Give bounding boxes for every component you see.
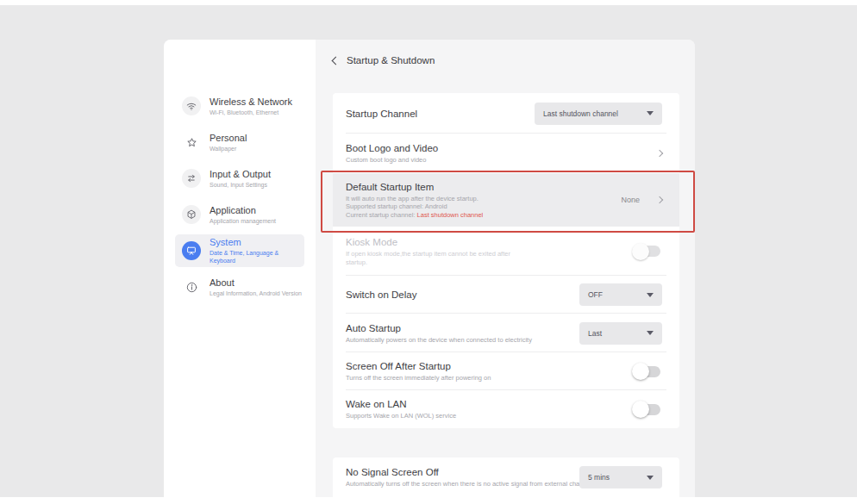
no-signal-screen-off-row: No Signal Screen Off Automatically turns…	[333, 457, 679, 497]
wake-on-lan-row: Wake on LAN Supports Wake on LAN (WOL) s…	[333, 390, 679, 428]
chevron-down-icon	[647, 476, 654, 480]
sidebar-item-label: Input & Output	[210, 169, 271, 180]
startup-channel-title: Startup Channel	[346, 108, 535, 120]
default-startup-desc2: Supported startup channel: Android	[346, 202, 621, 211]
back-icon[interactable]	[332, 56, 341, 65]
display-board-icon	[182, 241, 201, 260]
sidebar-item-sublabel: Legal Information, Android Version	[210, 289, 302, 297]
wake-on-lan-subtitle: Supports Wake on LAN (WOL) service	[346, 412, 635, 420]
chevron-down-icon	[647, 331, 654, 335]
star-icon	[182, 133, 201, 152]
sidebar-item-input-output[interactable]: Input & Output Sound, Input Settings	[175, 162, 304, 195]
boot-logo-row[interactable]: Boot Logo and Video Custom boot logo and…	[333, 134, 679, 173]
swap-arrows-icon	[182, 169, 201, 188]
startup-channel-row: Startup Channel Last shutdown channel	[333, 93, 679, 134]
sidebar-item-label: Personal	[210, 133, 247, 144]
chevron-right-icon	[656, 196, 663, 203]
default-startup-desc1: It will auto run the app after the devic…	[346, 195, 621, 203]
settings-window: Wireless & Network Wi-Fi, Bluetooth, Eth…	[164, 40, 695, 497]
auto-startup-dropdown[interactable]: Last	[579, 322, 662, 345]
page-title: Startup & Shutdown	[347, 55, 435, 65]
chevron-right-icon	[656, 150, 663, 157]
kiosk-mode-row: Kiosk Mode If open kiosk mode,the startu…	[333, 227, 679, 276]
sidebar-item-label: About	[210, 277, 302, 289]
wake-on-lan-toggle[interactable]	[635, 404, 660, 415]
toggle-knob	[632, 243, 649, 260]
startup-channel-value: Last shutdown channel	[543, 109, 618, 118]
toggle-knob	[632, 363, 649, 380]
kiosk-mode-toggle[interactable]	[635, 246, 660, 257]
energy-saving-card: No Signal Screen Off Automatically turns…	[333, 457, 679, 497]
switch-on-delay-dropdown[interactable]: OFF	[579, 283, 662, 306]
sidebar-item-label: Wireless & Network	[210, 96, 292, 108]
cube-icon	[182, 205, 201, 224]
sidebar-item-about[interactable]: About Legal Information, Android Version	[175, 271, 304, 303]
wifi-icon	[182, 96, 201, 115]
page-header: Startup & Shutdown	[333, 52, 435, 69]
sidebar-item-label: System	[210, 237, 304, 248]
boot-logo-subtitle: Custom boot logo and video	[346, 156, 657, 165]
sidebar-item-label: Application	[210, 205, 276, 216]
kiosk-mode-subtitle: If open kiosk mode,the startup item cann…	[346, 250, 514, 266]
screen-off-subtitle: Turns off the screen immediately after p…	[346, 374, 635, 383]
screen-off-title: Screen Off After Startup	[346, 360, 635, 372]
default-startup-value: None	[621, 196, 640, 204]
sidebar-item-sublabel: Wi-Fi, Bluetooth, Ethernet	[210, 109, 292, 116]
sidebar-item-sublabel: Sound, Input Settings	[210, 181, 271, 189]
sidebar-item-application[interactable]: Application Application management	[175, 198, 304, 231]
chevron-down-icon	[647, 111, 654, 115]
toggle-knob	[632, 401, 649, 418]
sidebar-item-sublabel: Wallpaper	[210, 145, 247, 152]
startup-channel-dropdown[interactable]: Last shutdown channel	[535, 103, 662, 125]
boot-logo-title: Boot Logo and Video	[346, 142, 657, 154]
auto-startup-subtitle: Automatically powers on the device when …	[346, 336, 579, 345]
default-startup-item-row[interactable]: Default Startup Item It will auto run th…	[333, 173, 679, 227]
no-signal-dropdown[interactable]: 5 mins	[579, 466, 662, 488]
switch-on-delay-value: OFF	[588, 290, 603, 299]
sidebar-item-personal[interactable]: Personal Wallpaper	[175, 126, 304, 159]
main-panel: Startup & Shutdown Startup Channel Start…	[316, 40, 695, 497]
current-startup-channel-warning: Last shutdown channel	[417, 211, 484, 219]
default-startup-title: Default Startup Item	[346, 181, 621, 193]
sidebar-item-wireless-network[interactable]: Wireless & Network Wi-Fi, Bluetooth, Eth…	[175, 90, 304, 122]
no-signal-value: 5 mins	[588, 473, 610, 482]
chevron-down-icon	[647, 293, 654, 297]
startup-settings-card: Startup Channel Last shutdown channel Bo…	[333, 93, 679, 428]
switch-on-delay-title: Switch on Delay	[346, 289, 579, 301]
default-startup-desc3: Current startup channel: Last shutdown c…	[346, 211, 621, 220]
auto-startup-row: Auto Startup Automatically powers on the…	[333, 314, 679, 352]
auto-startup-value: Last	[588, 329, 602, 338]
settings-sidebar: Wireless & Network Wi-Fi, Bluetooth, Eth…	[164, 40, 316, 497]
wake-on-lan-title: Wake on LAN	[346, 398, 635, 410]
auto-startup-title: Auto Startup	[346, 322, 579, 334]
kiosk-mode-title: Kiosk Mode	[346, 236, 635, 248]
sidebar-item-sublabel: Date & Time, Language & Keyboard	[210, 249, 304, 264]
screen-off-after-startup-row: Screen Off After Startup Turns off the s…	[333, 352, 679, 390]
screen-off-toggle[interactable]	[635, 366, 660, 377]
info-icon	[182, 277, 201, 296]
sidebar-item-sublabel: Application management	[210, 217, 276, 225]
sidebar-item-system[interactable]: System Date & Time, Language & Keyboard	[175, 234, 304, 267]
switch-on-delay-row: Switch on Delay OFF	[333, 276, 679, 314]
